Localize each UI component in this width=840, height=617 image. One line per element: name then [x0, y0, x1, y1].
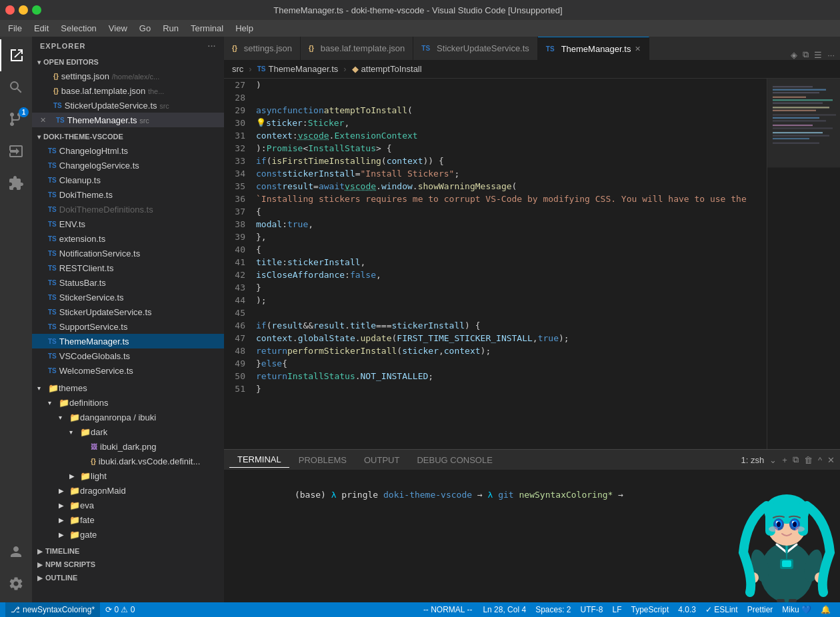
file-sticker-update-service[interactable]: TS StickerUpdateService.ts — [32, 305, 224, 319]
file-doki-theme-definitions[interactable]: TS DokiThemeDefinitions.ts — [32, 202, 224, 217]
menu-terminal[interactable]: Terminal — [185, 22, 229, 35]
open-editor-theme-manager[interactable]: ✕ TS ThemeManager.ts src — [32, 113, 224, 127]
open-editor-settings[interactable]: {} settings.json /home/alex/c... — [32, 69, 224, 83]
terminal-tab-problems[interactable]: PROBLEMS — [291, 452, 355, 468]
extensions-activity-icon[interactable] — [0, 167, 32, 199]
file-changelog-service[interactable]: TS ChangelogService.ts — [32, 158, 224, 173]
settings-activity-icon[interactable] — [0, 568, 32, 600]
eva-folder[interactable]: ▶ 📁 eva — [32, 498, 224, 512]
activity-bar: 1 — [0, 37, 32, 602]
menu-help[interactable]: Help — [230, 22, 259, 35]
file-notification-service[interactable]: TS NotificationService.ts — [32, 246, 224, 261]
tab-settings[interactable]: {} settings.json — [224, 37, 301, 60]
file-status-bar[interactable]: TS StatusBar.ts — [32, 275, 224, 290]
file-doki-theme[interactable]: TS DokiTheme.ts — [32, 187, 224, 202]
run-activity-icon[interactable] — [0, 135, 32, 167]
tab-sticker-update[interactable]: TS StickerUpdateService.ts — [413, 37, 538, 60]
sidebar-more-icon[interactable]: ··· — [208, 42, 216, 50]
tab-base-laf[interactable]: {} base.laf.template.json — [301, 37, 413, 60]
prettier-status[interactable]: Prettier — [743, 605, 777, 614]
eslint-status[interactable]: ✓ ESLint — [701, 605, 742, 614]
folder-icon: 📁 — [69, 515, 80, 525]
terminal-chevron-up-icon[interactable]: ^ — [818, 455, 822, 465]
gate-folder[interactable]: ▶ 📁 gate — [32, 527, 224, 542]
breadcrumb-file[interactable]: ThemeManager.ts — [268, 64, 338, 74]
ts-version[interactable]: 4.0.3 — [674, 605, 700, 614]
open-editor-sticker-update[interactable]: TS StickerUpdateService.ts src — [32, 98, 224, 113]
panel-icon[interactable]: ☰ — [814, 50, 822, 60]
file-sticker-service[interactable]: TS StickerService.ts — [32, 290, 224, 305]
language-mode[interactable]: TypeScript — [627, 605, 673, 614]
file-extension[interactable]: TS extension.ts — [32, 231, 224, 246]
file-welcome-service[interactable]: TS WelcomeService.ts — [32, 363, 224, 378]
close-icon[interactable]: ✕ — [40, 116, 51, 125]
file-changelog-html[interactable]: TS ChangelogHtml.ts — [32, 143, 224, 158]
dragonmaid-folder[interactable]: ▶ 📁 dragonMaid — [32, 483, 224, 498]
menu-selection[interactable]: Selection — [55, 22, 101, 35]
encoding[interactable]: UTF-8 — [577, 605, 607, 614]
layout-icon[interactable]: ◈ — [791, 50, 797, 60]
breadcrumb-symbol[interactable]: attemptToInstall — [361, 64, 422, 74]
search-activity-icon[interactable] — [0, 71, 32, 103]
account-activity-icon[interactable] — [0, 536, 32, 568]
terminal-tab-output[interactable]: OUTPUT — [356, 452, 407, 468]
chevron-down-icon: ▾ — [59, 414, 69, 421]
sidebar-header: Explorer ··· — [32, 37, 224, 55]
source-control-activity-icon[interactable]: 1 — [0, 103, 32, 135]
menu-run[interactable]: Run — [157, 22, 184, 35]
code-line-47: context.globalState.update(FIRST_TIME_ST… — [256, 332, 767, 344]
terminal-tab-debug[interactable]: DEBUG CONSOLE — [409, 452, 500, 468]
breadcrumb-src[interactable]: src — [232, 64, 243, 74]
miku-status[interactable]: Miku 💙 — [778, 605, 815, 614]
menu-edit[interactable]: Edit — [29, 22, 54, 35]
line-ending[interactable]: LF — [609, 605, 626, 614]
npm-scripts-header[interactable]: ▶ NPM SCRIPTS — [32, 558, 224, 571]
terminal-split-icon[interactable]: ⧉ — [793, 454, 799, 465]
terminal-add-icon[interactable]: + — [782, 455, 787, 465]
notification-icon[interactable]: 🔔 — [817, 605, 835, 614]
menu-file[interactable]: File — [3, 22, 27, 35]
cursor-position[interactable]: Ln 28, Col 4 — [479, 605, 530, 614]
terminal-close-icon[interactable]: ✕ — [827, 455, 835, 465]
ibuki-dark-json[interactable]: {} ibuki.dark.vsCode.definit... — [32, 454, 224, 468]
danganronpa-folder[interactable]: ▾ 📁 danganronpa / ibuki — [32, 410, 224, 424]
ibuki-dark-png[interactable]: 🖼 ibuki_dark.png — [32, 439, 224, 454]
git-branch-status[interactable]: ⎇ newSyntaxColoring* — [5, 602, 100, 617]
file-support-service[interactable]: TS SupportService.ts — [32, 319, 224, 334]
themes-folder[interactable]: ▾ 📁 themes — [32, 380, 224, 395]
indentation[interactable]: Spaces: 2 — [531, 605, 575, 614]
sync-status[interactable]: ⟳ 0 ⚠ 0 — [101, 605, 139, 614]
fate-folder[interactable]: ▶ 📁 fate — [32, 512, 224, 527]
menu-view[interactable]: View — [103, 22, 133, 35]
code-editor[interactable]: ) async function attemptToInstall( 💡stic… — [251, 79, 767, 449]
file-vscode-globals[interactable]: TS VSCodeGlobals.ts — [32, 348, 224, 363]
tab-close-icon[interactable]: ✕ — [635, 45, 641, 53]
definitions-folder[interactable]: ▾ 📁 definitions — [32, 395, 224, 410]
close-button[interactable] — [5, 5, 15, 15]
terminal-content[interactable]: (base) λ pringle doki-theme-vscode → λ g… — [224, 470, 840, 602]
menu-go[interactable]: Go — [134, 22, 156, 35]
terminal-chevron-down-icon[interactable]: ⌄ — [769, 455, 777, 465]
file-env[interactable]: TS ENV.ts — [32, 217, 224, 231]
more-actions-icon[interactable]: ··· — [827, 50, 835, 60]
open-editors-header[interactable]: ▾ Open Editors — [32, 55, 224, 69]
maximize-button[interactable] — [32, 5, 41, 15]
file-cleanup[interactable]: TS Cleanup.ts — [32, 173, 224, 187]
timeline-header[interactable]: ▶ TIMELINE — [32, 544, 224, 558]
file-rest-client[interactable]: TS RESTClient.ts — [32, 261, 224, 275]
split-icon[interactable]: ⧉ — [803, 49, 809, 60]
sync-icon: ⟳ — [105, 605, 112, 614]
terminal-tab-terminal[interactable]: TERMINAL — [229, 452, 289, 468]
explorer-activity-icon[interactable] — [0, 39, 32, 71]
open-editor-base-laf[interactable]: {} base.laf.template.json the... — [32, 83, 224, 98]
folder-icon: 📁 — [80, 427, 91, 437]
minimize-button[interactable] — [19, 5, 28, 15]
file-theme-manager[interactable]: TS ThemeManager.ts — [32, 334, 224, 348]
outline-header[interactable]: ▶ OUTLINE — [32, 571, 224, 584]
dark-folder[interactable]: ▾ 📁 dark — [32, 424, 224, 439]
tab-theme-manager[interactable]: TS ThemeManager.ts ✕ — [538, 37, 650, 60]
project-header[interactable]: ▾ DOKI-THEME-VSCODE — [32, 130, 224, 143]
terminal-trash-icon[interactable]: 🗑 — [804, 455, 813, 465]
light-folder[interactable]: ▶ 📁 light — [32, 468, 224, 483]
window-controls[interactable] — [5, 5, 41, 15]
